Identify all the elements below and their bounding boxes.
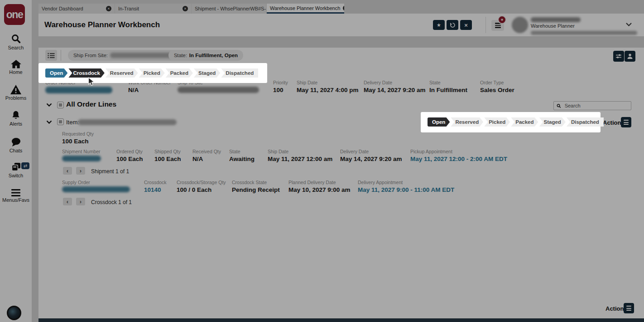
- item-stage-spotlight: Open Reserved Picked Packed Staged Dispa…: [421, 112, 601, 132]
- stage-chip-dispatched[interactable]: Dispatched: [221, 68, 258, 78]
- stage-chip-crossdock[interactable]: Crossdock: [68, 68, 104, 78]
- stage-chip-packed[interactable]: Packed: [166, 68, 193, 78]
- stage-chip-picked[interactable]: Picked: [139, 68, 165, 78]
- stage-chip-open[interactable]: Open: [428, 117, 450, 127]
- stage-chip-open[interactable]: Open: [45, 68, 67, 78]
- stage-chip-reserved[interactable]: Reserved: [106, 68, 138, 78]
- stage-chip-staged[interactable]: Staged: [539, 117, 566, 127]
- stage-chip-staged[interactable]: Staged: [194, 68, 220, 78]
- order-stage-flow: Open Crossdock Reserved Picked Packed St…: [45, 68, 258, 78]
- stage-chip-reserved[interactable]: Reserved: [451, 117, 483, 127]
- mouse-cursor: [88, 77, 95, 87]
- stage-chip-picked[interactable]: Picked: [484, 117, 510, 127]
- item-stage-flow: Open Reserved Picked Packed Staged Dispa…: [428, 117, 604, 127]
- stage-chip-packed[interactable]: Packed: [511, 117, 538, 127]
- dim-overlay: [0, 0, 644, 322]
- order-stage-spotlight: Open Crossdock Reserved Picked Packed St…: [38, 63, 267, 83]
- stage-chip-dispatched[interactable]: Dispatched: [567, 117, 604, 127]
